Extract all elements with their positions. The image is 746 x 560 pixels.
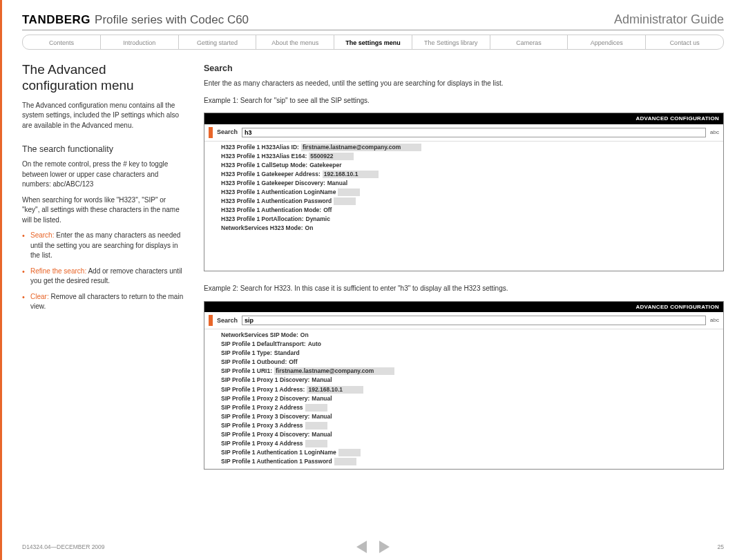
row-label: SIP Profile 1 Authentication 1 LoginName xyxy=(221,449,336,456)
row-value: Manual xyxy=(312,431,332,438)
result-row: SIP Profile 1 Proxy 1 Address:192.168.10… xyxy=(204,385,723,394)
row-label: SIP Profile 1 URI1: xyxy=(221,367,272,375)
row-label: H323 Profile 1 Gatekeeper Address: xyxy=(221,171,321,178)
result-row: SIP Profile 1 Outbound:Off xyxy=(204,358,723,367)
row-value: On xyxy=(300,331,309,339)
page-title: The Advanced configuration menu xyxy=(22,62,184,94)
results-list-2: NetworkServices SIP Mode:OnSIP Profile 1… xyxy=(204,329,723,469)
ss-titlebar: ADVANCED CONFIGURATION xyxy=(204,113,723,124)
row-label: SIP Profile 1 Proxy 4 Address xyxy=(221,440,303,447)
nav-item[interactable]: Getting started xyxy=(179,35,257,49)
result-row: SIP Profile 1 Authentication 1 LoginName xyxy=(204,448,723,457)
brand-logo: TANDBERG xyxy=(22,13,90,27)
bullet-item: Search: Enter the as many characters as … xyxy=(22,231,184,261)
nav-item[interactable]: Appendices xyxy=(568,35,646,49)
bullet-item: Refine the search: Add or remove charact… xyxy=(22,267,184,287)
row-value: Gatekeeper xyxy=(309,162,341,169)
prev-page-icon[interactable] xyxy=(356,541,367,553)
row-label: H323 Profile 1 Gatekeeper Discovery: xyxy=(221,180,325,187)
header: TANDBERG Profile series with Codec C60 A… xyxy=(22,12,724,30)
row-value: firstname.lastname@company.com xyxy=(274,367,394,375)
search-intro: Enter the as many characters as needed, … xyxy=(204,79,724,89)
result-row: SIP Profile 1 Proxy 3 Discovery:Manual xyxy=(204,412,723,421)
row-label: SIP Profile 1 Proxy 3 Discovery: xyxy=(221,413,309,421)
next-page-icon[interactable] xyxy=(379,541,390,553)
bullet-list: Search: Enter the as many characters as … xyxy=(22,231,184,312)
example2-caption: Example 2: Search for H323. In this case… xyxy=(204,284,724,294)
row-value xyxy=(305,422,327,429)
nav-item[interactable]: Contact us xyxy=(646,35,723,49)
bullet-term: Clear: xyxy=(30,293,49,300)
nav-item[interactable]: The Settings library xyxy=(412,35,490,49)
row-value: 192.168.10.1 xyxy=(307,386,363,394)
ss-search-row: Search abc xyxy=(204,124,723,142)
row-label: NetworkServices H323 Mode: xyxy=(221,224,303,232)
ss-search-row: Search abc xyxy=(204,312,723,329)
row-label: SIP Profile 1 Proxy 3 Address xyxy=(221,422,303,429)
footer: D14324.04—DECEMBER 2009 25 xyxy=(22,543,724,550)
nav-item[interactable]: Introduction xyxy=(101,35,179,49)
row-value: Off xyxy=(289,358,297,366)
result-row: NetworkServices SIP Mode:On xyxy=(204,331,723,340)
search-input-h3[interactable] xyxy=(242,128,706,137)
row-label: H323 Profile 1 Authentication Mode: xyxy=(221,206,321,214)
result-row: SIP Profile 1 Proxy 4 Discovery:Manual xyxy=(204,430,723,439)
row-value xyxy=(334,197,356,205)
row-value: Manual xyxy=(327,180,347,187)
result-row: NetworkServices H323 Mode:On xyxy=(204,224,723,233)
row-value: Manual xyxy=(312,413,332,421)
result-row: H323 Profile 1 Authentication Password xyxy=(204,197,723,206)
nav-item[interactable]: Cameras xyxy=(490,35,568,49)
product-name: Profile series with Codec C60 xyxy=(95,13,249,27)
row-label: SIP Profile 1 Proxy 2 Discovery: xyxy=(221,395,309,403)
result-row: H323 Profile 1 Authentication Mode:Off xyxy=(204,206,723,215)
screenshot-example1: ADVANCED CONFIGURATION Search abc H323 P… xyxy=(204,113,724,271)
row-value: Standard xyxy=(274,349,300,357)
result-row: H323 Profile 1 H323Alias E164:5500922 xyxy=(204,152,723,161)
row-value xyxy=(338,449,361,456)
result-row: H323 Profile 1 H323Alias ID:firstname.la… xyxy=(204,143,723,152)
result-row: SIP Profile 1 URI1:firstname.lastname@co… xyxy=(204,367,723,376)
guide-title: Administrator Guide xyxy=(614,12,724,27)
result-row: H323 Profile 1 Authentication LoginName xyxy=(204,188,723,197)
row-label: SIP Profile 1 Outbound: xyxy=(221,358,287,366)
ss-titlebar: ADVANCED CONFIGURATION xyxy=(204,302,723,313)
row-label: SIP Profile 1 DefaultTransport: xyxy=(221,340,306,348)
row-value: 192.168.10.1 xyxy=(323,171,379,178)
result-row: H323 Profile 1 Gatekeeper Address:192.16… xyxy=(204,170,723,179)
bullet-item: Clear: Remove all characters to return t… xyxy=(22,292,184,312)
right-column: Search Enter the as many characters as n… xyxy=(204,62,724,482)
result-row: H323 Profile 1 Gatekeeper Discovery:Manu… xyxy=(204,179,723,188)
row-label: H323 Profile 1 Authentication Password xyxy=(221,197,332,205)
doc-id: D14324.04—DECEMBER 2009 xyxy=(22,543,105,550)
row-value xyxy=(305,404,327,412)
row-label: SIP Profile 1 Proxy 2 Address xyxy=(221,404,303,412)
row-value: Manual xyxy=(312,376,332,384)
nav-item[interactable]: About the menus xyxy=(256,35,334,49)
result-row: SIP Profile 1 DefaultTransport:Auto xyxy=(204,340,723,349)
row-label: H323 Profile 1 PortAllocation: xyxy=(221,215,304,223)
row-value: On xyxy=(305,224,314,232)
row-label: H323 Profile 1 Authentication LoginName xyxy=(221,189,336,196)
search-heading: Search xyxy=(204,62,724,75)
input-mode-indicator: abc xyxy=(710,316,719,325)
result-row: SIP Profile 1 Proxy 3 Address xyxy=(204,421,723,430)
row-value: firstname.lastname@company.com xyxy=(301,144,421,151)
row-label: H323 Profile 1 H323Alias ID: xyxy=(221,144,299,151)
row-label: SIP Profile 1 Proxy 4 Discovery: xyxy=(221,431,309,438)
result-row: H323 Profile 1 PortAllocation:Dynamic xyxy=(204,215,723,224)
search-input-sip[interactable] xyxy=(242,316,706,325)
bullet-term: Search: xyxy=(30,231,54,239)
screenshot-example2: ADVANCED CONFIGURATION Search abc Networ… xyxy=(204,301,724,470)
row-value: Dynamic xyxy=(306,215,330,223)
intro-text: The Advanced configuration menu contains… xyxy=(22,101,184,131)
page-number: 25 xyxy=(718,543,724,550)
row-label: SIP Profile 1 Authentication 1 Password xyxy=(221,458,332,465)
row-label: SIP Profile 1 Proxy 1 Address: xyxy=(221,386,305,394)
top-nav: ContentsIntroductionGetting startedAbout… xyxy=(22,35,724,50)
row-label: NetworkServices SIP Mode: xyxy=(221,331,298,339)
row-value xyxy=(338,189,360,196)
row-value: 5500922 xyxy=(309,153,354,160)
nav-item[interactable]: Contents xyxy=(23,35,101,49)
nav-item[interactable]: The settings menu xyxy=(334,35,412,49)
